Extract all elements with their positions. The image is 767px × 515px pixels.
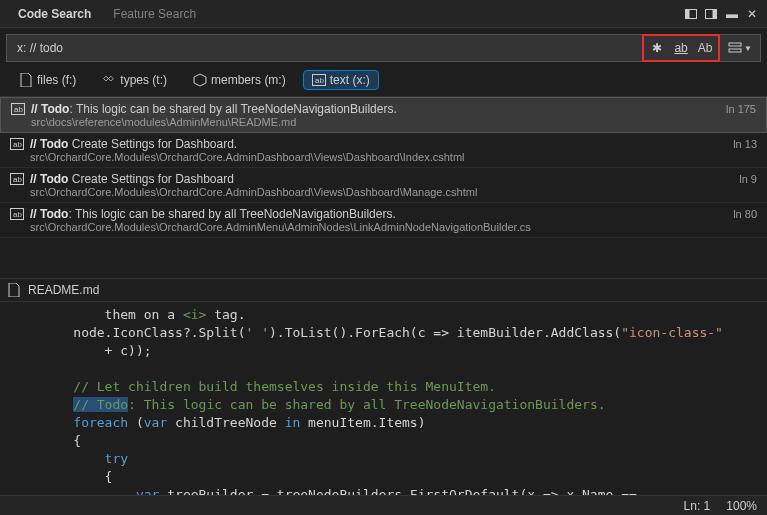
filter-members-label: members (m:) [211, 73, 286, 87]
minimize-icon[interactable]: ▬ [725, 7, 739, 21]
svg-text:ab: ab [13, 140, 22, 149]
text-icon: ab [10, 138, 24, 150]
text-icon: ab [10, 173, 24, 185]
gutter [0, 302, 42, 495]
open-file-name: README.md [28, 283, 99, 297]
result-title: // Todo: This logic can be shared by all… [30, 207, 396, 221]
dock-left-icon[interactable] [685, 8, 699, 20]
tab-code-search[interactable]: Code Search [8, 3, 101, 25]
types-icon [102, 73, 116, 87]
result-item[interactable]: ab // Todo: This logic can be shared by … [0, 203, 767, 238]
match-case-button[interactable]: Ab [694, 38, 716, 58]
search-options: ✱ ab Ab ▼ [642, 34, 756, 62]
titlebar: Code Search Feature Search ▬ ✕ [0, 0, 767, 28]
highlighted-option-group: ✱ ab Ab [642, 34, 720, 62]
result-line: ln 175 [726, 103, 756, 115]
result-item[interactable]: ab // Todo Create Settings for Dashboard… [0, 168, 767, 203]
filter-files-label: files (f:) [37, 73, 76, 87]
result-line: ln 80 [733, 208, 757, 220]
window-controls: ▬ ✕ [685, 7, 759, 21]
file-icon [8, 283, 22, 297]
dock-right-icon[interactable] [705, 8, 719, 20]
close-icon[interactable]: ✕ [745, 7, 759, 21]
result-title: // Todo Create Settings for Dashboard. [30, 137, 237, 151]
text-icon: ab [10, 208, 24, 220]
result-path: src\OrchardCore.Modules\OrchardCore.Admi… [30, 221, 757, 233]
code-editor[interactable]: them on a <i> tag. node.IconClass?.Split… [0, 302, 767, 495]
svg-text:ab: ab [315, 76, 324, 85]
svg-rect-5 [729, 49, 741, 52]
svg-text:ab: ab [13, 175, 22, 184]
result-item[interactable]: ab // Todo: This logic can be shared by … [0, 97, 767, 133]
filter-types-label: types (t:) [120, 73, 167, 87]
tab-feature-search[interactable]: Feature Search [103, 3, 206, 25]
search-tabs: Code Search Feature Search [8, 3, 206, 25]
file-icon [19, 73, 33, 87]
filter-row: files (f:) types (t:) members (m:) ab te… [0, 66, 767, 96]
match-any-button[interactable]: ✱ [646, 38, 668, 58]
result-title: // Todo Create Settings for Dashboard [30, 172, 234, 186]
filter-types[interactable]: types (t:) [93, 70, 176, 90]
svg-rect-1 [686, 9, 690, 18]
result-line: ln 9 [739, 173, 757, 185]
text-icon: ab [312, 73, 326, 87]
code-content: them on a <i> tag. node.IconClass?.Split… [42, 302, 767, 495]
result-path: src\OrchardCore.Modules\OrchardCore.Admi… [30, 151, 757, 163]
filter-members[interactable]: members (m:) [184, 70, 295, 90]
search-input[interactable] [11, 37, 642, 59]
filter-text-label: text (x:) [330, 73, 370, 87]
text-icon: ab [11, 103, 25, 115]
result-item[interactable]: ab // Todo Create Settings for Dashboard… [0, 133, 767, 168]
svg-rect-3 [713, 9, 717, 18]
members-icon [193, 73, 207, 87]
match-whole-word-button[interactable]: ab [670, 38, 692, 58]
svg-text:ab: ab [13, 210, 22, 219]
results-list[interactable]: ab // Todo: This logic can be shared by … [0, 96, 767, 278]
search-row: ✱ ab Ab ▼ [6, 34, 761, 62]
file-tab-bar: README.md [0, 278, 767, 302]
svg-text:ab: ab [14, 105, 23, 114]
result-line: ln 13 [733, 138, 757, 150]
svg-rect-4 [729, 43, 741, 46]
zoom-level[interactable]: 100% [726, 499, 757, 513]
filter-text[interactable]: ab text (x:) [303, 70, 379, 90]
filter-files[interactable]: files (f:) [10, 70, 85, 90]
result-path: src\docs\reference\modules\AdminMenu\REA… [31, 116, 756, 128]
result-title: // Todo: This logic can be shared by all… [31, 102, 397, 116]
statusbar: Ln: 1 100% [0, 495, 767, 515]
result-path: src\OrchardCore.Modules\OrchardCore.Admi… [30, 186, 757, 198]
cursor-position: Ln: 1 [684, 499, 711, 513]
view-dropdown[interactable]: ▼ [728, 41, 752, 55]
